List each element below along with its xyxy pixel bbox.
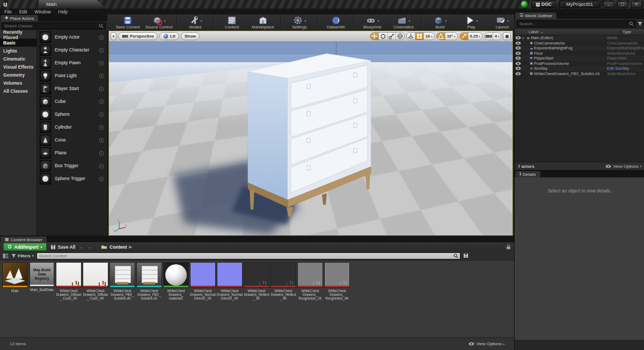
toolbar-blueprints[interactable]: ▾Blueprints	[357, 15, 387, 31]
eye-icon[interactable]	[515, 62, 521, 65]
toolbar-content[interactable]: Content	[217, 15, 247, 31]
place-item-cube[interactable]: Cube	[37, 95, 107, 108]
column-type[interactable]: Type	[620, 29, 644, 34]
perspective-button[interactable]: Perspective	[118, 32, 158, 40]
column-label[interactable]: Label▲	[515, 29, 620, 34]
maximize-button[interactable]: ▢	[617, 1, 628, 8]
dropdown-caret-icon[interactable]: ▾	[408, 19, 410, 23]
place-item-empty-pawn[interactable]: Empty Pawn	[37, 56, 107, 69]
eye-icon[interactable]	[515, 36, 521, 40]
category-lights[interactable]: Lights	[0, 47, 36, 55]
dropdown-caret-icon[interactable]: ▾	[377, 19, 379, 23]
toolbar-play[interactable]: ▾Play	[456, 15, 486, 31]
eye-icon[interactable]	[515, 66, 521, 70]
toolbar-cinematics[interactable]: ▾Cinematics	[389, 15, 419, 31]
dropdown-caret-icon[interactable]: ▾	[445, 19, 447, 23]
toolbar-settings[interactable]: ▾Settings	[284, 15, 314, 31]
grab-icon[interactable]	[99, 176, 104, 182]
eye-icon[interactable]	[515, 72, 521, 76]
place-item-plane[interactable]: Plane	[37, 146, 107, 159]
content-view-options-button[interactable]: View Options▾	[469, 341, 504, 346]
content-search-input[interactable]	[37, 254, 453, 258]
dropdown-caret-icon[interactable]: ▾	[304, 19, 306, 23]
category-all-classes[interactable]: All Classes	[0, 87, 36, 95]
place-item-sphere[interactable]: Sphere	[37, 108, 107, 121]
grab-icon[interactable]	[99, 73, 104, 79]
close-button[interactable]: ✕	[631, 1, 642, 8]
angle-snap-icon[interactable]	[437, 33, 445, 40]
asset-whitechest-drawers-fbx-subdivlvl1[interactable]: WhiteChest Drawers_FBX_ SubdivLvl1	[136, 262, 162, 300]
toolbar-datasmith[interactable]: Datasmith	[321, 15, 351, 31]
lit-button[interactable]: Lit	[159, 32, 179, 40]
chest-of-drawers-mesh[interactable]	[109, 41, 513, 235]
sources-panel-toggle-icon[interactable]	[3, 253, 9, 259]
grab-icon[interactable]	[99, 86, 104, 92]
toolbar-marketplace[interactable]: Marketplace	[248, 15, 278, 31]
outliner-search-input[interactable]	[517, 21, 629, 27]
asset-whitechest-drawers-diffuse-color-4k[interactable]: WhiteChest Drawers_Diffuse_ Color_4K	[83, 262, 108, 300]
move-tool-icon[interactable]	[370, 33, 379, 40]
category-cinematic[interactable]: Cinematic	[0, 55, 36, 63]
grab-icon[interactable]	[99, 125, 104, 130]
details-tab[interactable]: ℹDetails	[515, 170, 541, 177]
place-item-player-start[interactable]: Player Start	[37, 82, 107, 95]
world-outliner-tab[interactable]: ☰World Outliner	[515, 12, 557, 19]
edit-sunsky-button[interactable]: Edit SunSky	[607, 66, 644, 71]
dropdown-caret-icon[interactable]: ▾	[476, 19, 478, 23]
save-search-icon[interactable]	[463, 253, 469, 258]
category-volumes[interactable]: Volumes	[0, 79, 36, 87]
grid-snap-icon[interactable]	[415, 33, 424, 40]
grab-icon[interactable]	[99, 61, 104, 66]
filters-button[interactable]: Filters▾	[11, 254, 34, 258]
menu-help[interactable]: Help	[58, 9, 68, 14]
outliner-row-playerstart[interactable]: ⚑PlayerStartPlayerStart	[515, 56, 644, 61]
minimize-button[interactable]: –	[603, 1, 614, 8]
camera-speed-icon[interactable]	[485, 33, 493, 40]
asset-main-builtdata[interactable]: Map Build Data RegistryMain_BuiltData	[29, 262, 55, 292]
save-all-button[interactable]: Save All	[50, 244, 76, 250]
outliner-row-cinecameraactor[interactable]: ◉CineCameraActorCineCameraActor	[515, 41, 644, 46]
lock-icon[interactable]	[506, 244, 511, 250]
scale-snap-value[interactable]: 0.25▾	[469, 33, 482, 40]
place-item-point-light[interactable]: Point Light	[37, 69, 107, 82]
place-item-cylinder[interactable]: Cylinder	[37, 121, 107, 133]
asset-whitechest-drawers-normal-directx-4k[interactable]: WhiteChest Drawers_Normal DirectX_4K	[217, 262, 243, 300]
window-tab-main[interactable]: Main	[39, 0, 105, 8]
toolbar-source-control[interactable]: ▾Source Control	[144, 15, 174, 31]
add-import-button[interactable]: 🗋Add/Import▾	[3, 243, 47, 251]
launcher-orb-icon[interactable]	[521, 1, 528, 8]
surface-snap-icon[interactable]	[407, 33, 415, 40]
eye-icon[interactable]	[515, 46, 521, 50]
outliner-filter-icon[interactable]	[638, 21, 642, 26]
outliner-row-exponentialheightfog[interactable]: ☁ExponentialHeightFogExponentialHeightFo…	[515, 46, 644, 51]
toolbar-modes[interactable]: ▾Modes	[180, 15, 210, 31]
dropdown-caret-icon[interactable]: ▾	[200, 19, 202, 23]
viewport-options-button[interactable]: ▾	[111, 32, 116, 40]
grab-icon[interactable]	[99, 99, 104, 105]
maximize-viewport-button[interactable]: ▣	[503, 32, 511, 40]
place-item-sphere-trigger[interactable]: Sphere Trigger	[37, 172, 107, 185]
asset-whitechest-drawers-fbx-subdivlvl0[interactable]: WhiteChest Drawers_FBX_ SubdivLvl0	[109, 262, 135, 300]
show-button[interactable]: Show	[181, 32, 200, 40]
menu-window[interactable]: Window	[34, 9, 50, 14]
eye-icon[interactable]	[515, 56, 521, 60]
eye-icon[interactable]	[515, 51, 521, 55]
scale-tool-icon[interactable]	[387, 33, 396, 40]
toolbar-build[interactable]: ▾Build	[425, 15, 455, 31]
viewport[interactable]: ▾ Perspective Lit Show 10▾ 10°▾	[108, 31, 513, 236]
expander-icon[interactable]: ▾	[521, 36, 525, 40]
place-item-empty-character[interactable]: Empty Character	[37, 43, 107, 56]
dropdown-caret-icon[interactable]: ▾	[164, 19, 165, 23]
outliner-row-sunsky[interactable]: ☀SunSkyEdit SunSky	[515, 66, 644, 71]
doc-button[interactable]: ▤DOC	[531, 1, 556, 8]
place-actors-tab[interactable]: ✚Place Actors	[0, 14, 39, 21]
eye-icon[interactable]	[515, 41, 521, 45]
place-item-box-trigger[interactable]: Box Trigger	[37, 159, 107, 172]
asset-whitechest-drawers-material1[interactable]: WhiteChest Drawers_ material1	[163, 262, 189, 300]
forward-button[interactable]: →	[87, 244, 92, 250]
category-recently-placed[interactable]: Recently Placed	[0, 31, 36, 39]
breadcrumb[interactable]: Content▶	[101, 244, 132, 250]
rotate-tool-icon[interactable]	[379, 33, 387, 40]
grab-icon[interactable]	[99, 163, 104, 169]
outliner-row-floor[interactable]: ▦FloorStaticMeshActor	[515, 51, 644, 56]
